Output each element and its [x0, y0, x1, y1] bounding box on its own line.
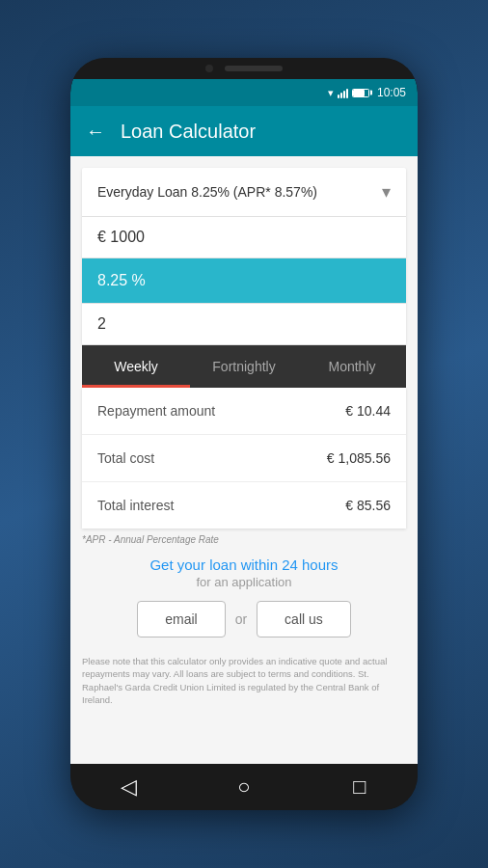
cta-buttons: email or call us — [82, 601, 406, 637]
tab-fortnightly[interactable]: Fortnightly — [190, 345, 298, 388]
speaker — [225, 66, 283, 71]
or-divider: or — [235, 611, 247, 627]
phone-top-bar — [70, 58, 418, 79]
repayment-value: € 10.44 — [345, 403, 391, 419]
duration-input-row[interactable]: 2 — [82, 304, 406, 345]
cta-heading: Get your loan within 24 hours — [82, 556, 406, 573]
main-content: Everyday Loan 8.25% (APR* 8.57%) ▾ € 100… — [70, 156, 418, 764]
period-tabs: Weekly Fortnightly Monthly — [82, 345, 406, 388]
repayment-label: Repayment amount — [97, 403, 215, 419]
status-icons: ▾ 10:05 — [328, 86, 406, 99]
apr-note: *APR - Annual Percentage Rate — [82, 534, 406, 545]
status-time: 10:05 — [377, 86, 406, 99]
tab-monthly[interactable]: Monthly — [298, 345, 406, 388]
rate-bar: 8.25 % — [82, 258, 406, 304]
wifi-icon: ▾ — [328, 87, 334, 99]
total-cost-value: € 1,085.56 — [327, 450, 391, 466]
total-interest-label: Total interest — [97, 498, 174, 513]
camera-dot — [205, 65, 213, 72]
chevron-down-icon: ▾ — [382, 181, 391, 203]
total-cost-row: Total cost € 1,085.56 — [82, 435, 406, 482]
loan-config-card: Everyday Loan 8.25% (APR* 8.57%) ▾ € 100… — [82, 168, 406, 345]
cta-subheading: for an application — [82, 575, 406, 589]
disclaimer-text: Please note that this calculator only pr… — [82, 655, 406, 706]
back-nav-button[interactable]: ◁ — [105, 764, 151, 810]
app-bar: ← Loan Calculator — [70, 106, 418, 156]
loan-type-dropdown[interactable]: Everyday Loan 8.25% (APR* 8.57%) ▾ — [82, 168, 406, 217]
cta-section: Get your loan within 24 hours for an app… — [82, 556, 406, 637]
amount-input-row[interactable]: € 1000 — [82, 217, 406, 258]
status-bar: ▾ 10:05 — [70, 79, 418, 106]
duration-value: 2 — [97, 315, 106, 332]
tab-weekly[interactable]: Weekly — [82, 345, 190, 388]
home-nav-button[interactable]: ○ — [221, 764, 267, 810]
call-us-button[interactable]: call us — [257, 601, 351, 637]
battery-icon — [352, 89, 369, 97]
recents-nav-button[interactable]: □ — [337, 764, 383, 810]
signal-bars — [338, 87, 348, 98]
total-interest-row: Total interest € 85.56 — [82, 482, 406, 529]
total-interest-value: € 85.56 — [345, 498, 391, 513]
repayment-row: Repayment amount € 10.44 — [82, 388, 406, 435]
back-button[interactable]: ← — [86, 121, 105, 143]
amount-value: € 1000 — [97, 229, 145, 245]
loan-type-label: Everyday Loan 8.25% (APR* 8.57%) — [97, 184, 317, 200]
results-card: Repayment amount € 10.44 Total cost € 1,… — [82, 388, 406, 529]
total-cost-label: Total cost — [97, 450, 154, 466]
email-button[interactable]: email — [137, 601, 225, 637]
rate-value: 8.25 % — [97, 272, 146, 288]
page-title: Loan Calculator — [121, 121, 256, 143]
bottom-nav: ◁ ○ □ — [70, 764, 418, 810]
